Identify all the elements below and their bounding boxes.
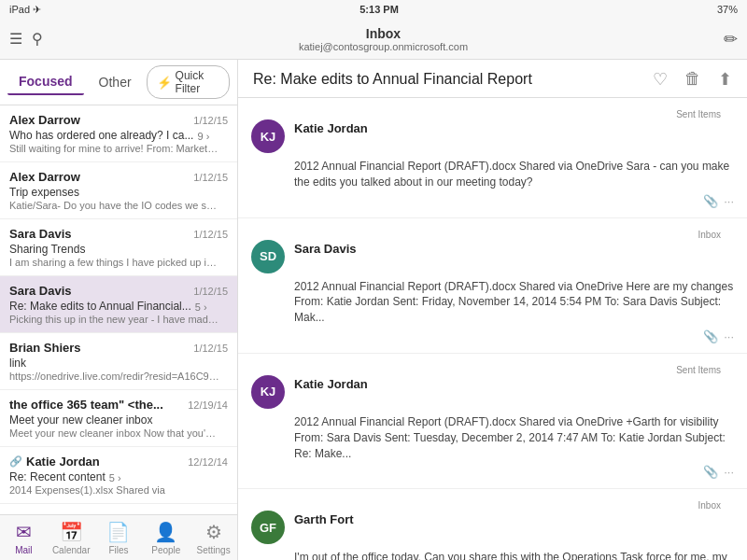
email-preview: Still waiting for mine to arrive! From: … xyxy=(9,143,219,154)
email-preview: Meet your new cleaner inbox Now that you… xyxy=(9,427,219,439)
battery-label: 37% xyxy=(717,4,738,15)
list-item[interactable]: the office 365 team" <the... 12/19/14 Me… xyxy=(0,390,237,447)
inbox-badge: Inbox xyxy=(251,498,734,511)
email-subject: Re: Make edits to Annual Financial... xyxy=(9,300,191,313)
email-date: 1/12/15 xyxy=(193,115,228,126)
bottom-nav: ✉ Mail 📅 Calendar 📄 Files 👤 People ⚙ xyxy=(0,514,237,560)
email-preview: Picking this up in the new year - I have… xyxy=(9,314,219,325)
email-date: 1/12/15 xyxy=(193,229,228,240)
email-count: 5 › xyxy=(109,472,121,483)
nav-files[interactable]: 📄 Files xyxy=(95,515,143,560)
status-bar: iPad ✈ 5:13 PM 37% xyxy=(0,0,747,19)
compose-icon[interactable]: ✏ xyxy=(724,29,738,49)
email-subject: link xyxy=(9,357,196,370)
trash-icon[interactable]: 🗑 xyxy=(684,69,701,90)
email-sender: Alex Darrow xyxy=(9,113,80,127)
email-sender: the office 365 team" <the... xyxy=(9,398,163,412)
menu-icon[interactable]: ☰ xyxy=(9,30,22,48)
nav-people-label: People xyxy=(151,545,180,555)
quick-filter-button[interactable]: ⚡ Quick Filter xyxy=(147,65,230,99)
thread-container[interactable]: Sent Items KJ Katie Jordan 2012 Annual F… xyxy=(238,98,747,560)
email-sender: 🔗 Katie Jordan xyxy=(9,455,100,469)
list-item[interactable]: Sara Davis 1/12/15 Re: Make edits to Ann… xyxy=(0,276,237,333)
list-item[interactable]: 🔗 Katie Jordan 12/12/14 Re: Recent conte… xyxy=(0,447,237,504)
ellipsis-icon: ··· xyxy=(724,329,734,343)
search-icon[interactable]: ⚲ xyxy=(32,30,43,48)
thread-sender: Garth Fort xyxy=(294,512,354,526)
tabs-bar: Focused Other ⚡ Quick Filter xyxy=(0,60,237,105)
ipad-label: iPad ✈ xyxy=(9,4,41,16)
left-panel: Focused Other ⚡ Quick Filter Alex Darrow… xyxy=(0,60,238,560)
tab-other[interactable]: Other xyxy=(88,70,143,94)
thread-body: I'm out of the office today. Can you sha… xyxy=(294,550,734,560)
header-right: ✏ xyxy=(724,29,738,49)
email-sender: Alex Darrow xyxy=(9,170,80,184)
thread-subject: Re: Make edits to Annual Financial Repor… xyxy=(253,71,532,88)
email-sender: Sara Davis xyxy=(9,284,72,298)
settings-icon: ⚙ xyxy=(205,521,222,543)
paperclip-icon: 📎 xyxy=(703,194,718,208)
email-item-header: Alex Darrow 1/12/15 xyxy=(9,113,228,127)
archive-icon[interactable]: ⬆ xyxy=(718,69,732,90)
list-item[interactable]: Sara Davis 1/12/15 Sharing Trends I am s… xyxy=(0,219,237,276)
thread-message: Inbox GF Garth Fort I'm out of the offic… xyxy=(238,489,747,560)
lightning-icon: ⚡ xyxy=(157,76,172,90)
sent-items-badge: Sent Items xyxy=(251,363,734,375)
email-subject: Meet your new cleaner inbox xyxy=(9,413,196,427)
email-date: 1/12/15 xyxy=(193,343,228,354)
email-sender: Brian Shiers xyxy=(9,341,81,355)
avatar: KJ xyxy=(251,375,285,409)
nav-calendar-label: Calendar xyxy=(52,545,91,555)
thread-message: Inbox SD Sara Davis 2012 Annual Financia… xyxy=(238,218,747,354)
paperclip-icon: 📎 xyxy=(703,329,718,343)
inbox-badge: Inbox xyxy=(251,228,734,240)
nav-people[interactable]: 👤 People xyxy=(142,515,190,560)
email-subject: Re: Recent content xyxy=(9,470,106,483)
status-left: iPad ✈ xyxy=(9,4,41,16)
nav-calendar[interactable]: 📅 Calendar xyxy=(48,515,95,560)
thread-message: Sent Items KJ Katie Jordan 2012 Annual F… xyxy=(238,354,747,489)
email-list[interactable]: Alex Darrow 1/12/15 Who has ordered one … xyxy=(0,105,237,514)
email-date: 1/12/15 xyxy=(193,286,228,297)
heart-icon[interactable]: ♡ xyxy=(653,69,668,90)
avatar: SD xyxy=(251,240,285,273)
header-center: Inbox katiej@contosgroup.onmicrosoft.com xyxy=(299,26,468,52)
email-preview: I am sharing a few things I have picked … xyxy=(9,257,219,268)
tab-focused[interactable]: Focused xyxy=(7,69,84,95)
email-date: 12/19/14 xyxy=(188,399,228,411)
app-container: ☰ ⚲ Inbox katiej@contosgroup.onmicrosoft… xyxy=(0,19,747,560)
header-left: ☰ ⚲ xyxy=(9,30,43,48)
mail-icon: ✉ xyxy=(16,521,32,543)
email-preview: 2014 Expenses(1).xlsx Shared via xyxy=(9,484,219,496)
email-subject: Trip expenses xyxy=(9,186,196,199)
thread-sender: Katie Jordan xyxy=(294,377,368,391)
nav-mail-label: Mail xyxy=(15,545,32,555)
email-subject: Sharing Trends xyxy=(9,243,196,256)
list-item[interactable]: Brian Shiers 1/12/15 link https://onedri… xyxy=(0,333,237,390)
files-icon: 📄 xyxy=(106,521,130,543)
nav-settings[interactable]: ⚙ Settings xyxy=(190,515,237,560)
email-preview: https://onedrive.live.com/redir?resid=A1… xyxy=(9,371,219,382)
nav-mail[interactable]: ✉ Mail xyxy=(0,515,48,560)
nav-files-label: Files xyxy=(108,545,128,555)
thread-message: Sent Items KJ Katie Jordan 2012 Annual F… xyxy=(238,98,747,218)
content-area: Focused Other ⚡ Quick Filter Alex Darrow… xyxy=(0,60,747,560)
right-header: Re: Make edits to Annual Financial Repor… xyxy=(238,60,747,98)
thread-body: 2012 Annual Financial Report (DRAFT).doc… xyxy=(294,159,734,190)
right-panel: Re: Make edits to Annual Financial Repor… xyxy=(238,60,747,560)
email-subject: Who has ordered one already? I ca... xyxy=(9,129,193,142)
list-item[interactable]: Alex Darrow 1/12/15 Who has ordered one … xyxy=(0,105,237,162)
paperclip-icon: 📎 xyxy=(703,465,718,479)
email-count: 9 › xyxy=(197,131,209,142)
thread-body: 2012 Annual Financial Report (DRAFT).doc… xyxy=(294,279,734,326)
thread-sender: Katie Jordan xyxy=(294,121,368,135)
email-sender: Sara Davis xyxy=(9,227,72,241)
thread-sender: Sara Davis xyxy=(294,242,357,256)
email-preview: Katie/Sara- Do you have the IO codes we … xyxy=(9,200,219,211)
list-item[interactable]: Alex Darrow 1/12/15 Trip expenses Katie/… xyxy=(0,162,237,219)
quick-filter-label: Quick Filter xyxy=(176,69,219,95)
ellipsis-icon: ··· xyxy=(724,194,734,208)
email-date: 12/12/14 xyxy=(188,456,228,468)
people-icon: 👤 xyxy=(154,521,177,543)
header: ☰ ⚲ Inbox katiej@contosgroup.onmicrosoft… xyxy=(0,19,747,60)
